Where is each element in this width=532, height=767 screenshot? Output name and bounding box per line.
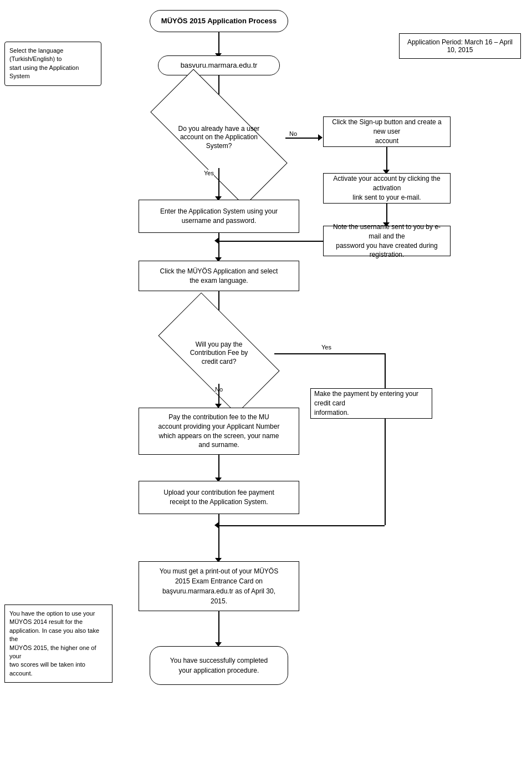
box-upload-receipt: Upload your contribution fee payment rec… [139,481,299,514]
box-click-muyos: Click the MÜYÖS Application and select t… [139,261,299,291]
box-note-password: Note the username sent to you by e-mail … [323,226,451,256]
diamond1: Do you already have a user account on th… [152,107,285,168]
diamond2: Will you pay the Contribution Fee by cre… [163,323,274,384]
box-print-card: You must get a print-out of your MÜYÖS 2… [139,561,299,611]
label-no1: No [289,130,297,137]
box-pay-contribution: Pay the contribution fee to the MU accou… [139,408,299,455]
website-box: basvuru.marmara.edu.tr [158,55,280,75]
box-completed: You have successfully completed your app… [150,646,288,685]
diagram-container: MÜYÖS 2015 Application Process Applicati… [0,0,532,767]
callout-language: Select the language (Turkish/English) to… [4,42,101,86]
label-yes2: Yes [321,344,331,351]
title-box: MÜYÖS 2015 Application Process [150,10,288,32]
box-enter-system: Enter the Application System using your … [139,200,299,233]
period-box: Application Period: March 16 – April 10,… [399,33,521,59]
box-signup: Click the Sign-up button and create a ne… [323,116,451,147]
callout-bottom-left: You have the option to use your MÜYÖS 20… [4,605,112,683]
box-credit-card: Make the payment by entering your credit… [310,388,432,419]
box-activate: Activate your account by clicking the ac… [323,173,451,204]
label-yes1: Yes [204,170,214,176]
